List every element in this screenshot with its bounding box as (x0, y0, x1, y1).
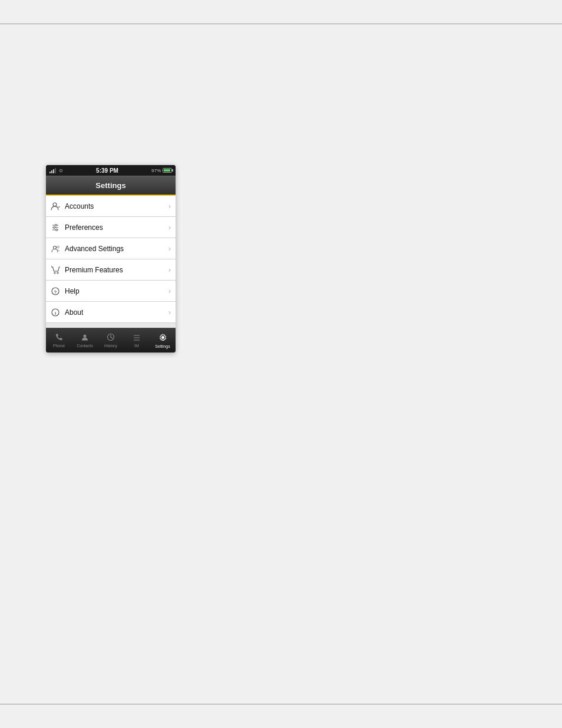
advanced-label: Advanced Settings (65, 245, 168, 253)
settings-item-help[interactable]: ? Help › (46, 281, 176, 302)
help-chevron: › (168, 287, 171, 295)
svg-point-7 (54, 246, 57, 249)
status-right: 97% (151, 168, 172, 173)
accounts-icon (49, 200, 61, 212)
settings-item-advanced[interactable]: Advanced Settings › (46, 238, 176, 259)
svg-point-23 (161, 336, 164, 339)
settings-tab-label: Settings (155, 344, 170, 348)
premium-icon (49, 264, 61, 276)
help-label: Help (65, 287, 168, 295)
settings-item-about[interactable]: i About › (46, 302, 176, 323)
tab-item-contacts[interactable]: Contacts (72, 330, 98, 351)
settings-item-preferences[interactable]: Preferences › (46, 217, 176, 238)
list-separator (46, 323, 176, 328)
preferences-chevron: › (168, 223, 171, 232)
battery-icon (163, 168, 172, 173)
page-top-border (0, 24, 562, 24)
advanced-icon (49, 243, 61, 255)
about-label: About (65, 308, 168, 317)
settings-list: Accounts › Preferences › (46, 196, 176, 323)
svg-line-19 (111, 337, 113, 338)
svg-point-8 (57, 246, 59, 248)
settings-tab-icon (158, 333, 167, 344)
status-bar: ⊙ 5:39 PM 97% (46, 165, 176, 176)
svg-point-0 (53, 203, 57, 206)
tab-item-phone[interactable]: Phone (46, 330, 72, 351)
signal-icon (49, 167, 56, 173)
status-left: ⊙ (49, 167, 63, 173)
svg-point-5 (54, 226, 55, 228)
wifi-icon: ⊙ (59, 168, 63, 173)
contacts-tab-label: Contacts (77, 344, 93, 348)
accounts-chevron: › (168, 202, 171, 210)
tab-item-im[interactable]: IM (124, 330, 150, 351)
svg-point-16 (84, 335, 87, 338)
page-bottom-border (0, 704, 562, 704)
tab-bar: Phone Contacts History (46, 328, 176, 353)
nav-title: Settings (95, 181, 125, 190)
preferences-icon (49, 222, 61, 233)
tab-item-history[interactable]: History (98, 330, 124, 351)
phone-tab-label: Phone (53, 344, 65, 348)
advanced-chevron: › (168, 245, 171, 253)
premium-label: Premium Features (65, 266, 168, 274)
svg-point-6 (56, 229, 58, 230)
svg-point-10 (57, 272, 58, 273)
about-chevron: › (168, 308, 171, 317)
about-icon: i (49, 307, 61, 318)
contacts-tab-icon (81, 333, 89, 343)
status-time: 5:39 PM (96, 167, 118, 174)
battery-percentage: 97% (151, 168, 161, 173)
im-tab-label: IM (134, 344, 139, 348)
phone-device: ⊙ 5:39 PM 97% Settings Accounts › (46, 165, 176, 353)
svg-text:i: i (55, 311, 56, 316)
preferences-label: Preferences (65, 223, 168, 232)
settings-item-accounts[interactable]: Accounts › (46, 196, 176, 217)
svg-point-9 (54, 272, 55, 273)
im-tab-icon (133, 334, 141, 343)
accounts-label: Accounts (65, 202, 168, 210)
premium-chevron: › (168, 266, 171, 274)
help-icon: ? (49, 285, 61, 297)
nav-bar: Settings (46, 176, 176, 195)
history-tab-icon (107, 333, 115, 343)
svg-text:?: ? (54, 289, 57, 295)
phone-tab-icon (55, 333, 63, 343)
svg-point-4 (55, 224, 57, 226)
history-tab-label: History (104, 344, 117, 348)
tab-item-settings[interactable]: Settings (150, 330, 176, 351)
svg-line-11 (51, 266, 52, 267)
settings-item-premium[interactable]: Premium Features › (46, 259, 176, 281)
